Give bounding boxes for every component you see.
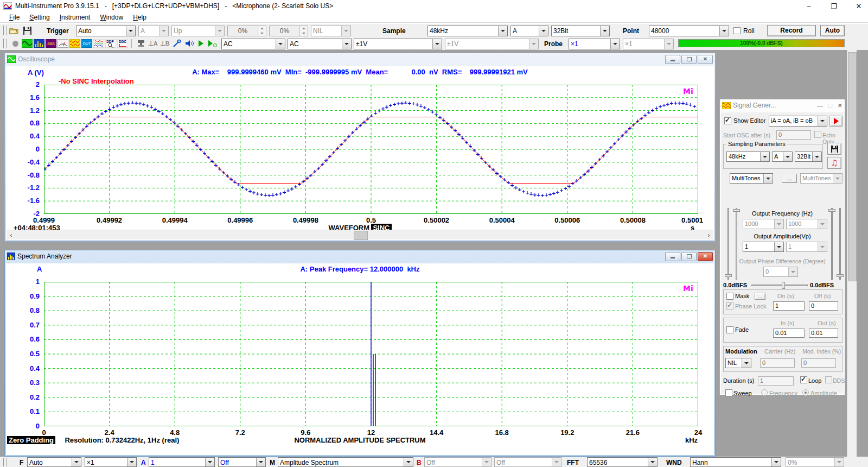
save-icon[interactable] — [22, 26, 33, 35]
dbfs-slider-handle[interactable] — [782, 282, 785, 289]
minimize-button[interactable]: — — [817, 102, 823, 109]
signal-generator-title-bar[interactable]: Signal Gener... — □ ✕ — [720, 99, 845, 111]
level-slider-a-handle[interactable] — [725, 274, 732, 277]
save-waveform-button[interactable] — [827, 143, 841, 155]
freq-mult-select[interactable]: ×1 — [85, 457, 137, 467]
close-button[interactable]: ✕ — [698, 55, 713, 64]
generator-run-button[interactable] — [829, 116, 843, 127]
run-icon[interactable] — [195, 39, 206, 48]
fade-in-field[interactable]: 0.01 — [773, 329, 805, 338]
level-slider-d-handle[interactable] — [837, 274, 844, 277]
roll-label: Roll — [743, 27, 755, 35]
mask-on-field[interactable]: 1 — [773, 301, 805, 311]
generator-channel-select[interactable]: A — [772, 152, 793, 162]
hold-icon[interactable] — [136, 39, 146, 48]
scope-horizontal-scrollbar[interactable]: ‹ › — [7, 230, 713, 239]
spectrum-title-bar[interactable]: Spectrum Analyzer ✕ — [5, 250, 715, 262]
sample-rate-select[interactable]: 48kHz — [427, 26, 508, 36]
oscilloscope-title-bar[interactable]: Oscilloscope ✕ — [5, 53, 715, 65]
menu-window[interactable]: Window — [95, 14, 128, 21]
level-slider-d-track[interactable] — [839, 208, 841, 280]
sound-device-icon[interactable] — [183, 39, 194, 48]
trigger-mode-select[interactable]: Auto — [76, 26, 136, 36]
trigger-marker-b-icon[interactable]: ⊥B — [159, 39, 170, 48]
scroll-right-arrow[interactable]: › — [704, 230, 713, 239]
sample-bits-select[interactable]: 32Bit — [551, 26, 610, 36]
restore-button[interactable] — [681, 252, 697, 261]
coupling-b-select[interactable]: AC — [288, 39, 352, 49]
modulation-type-select[interactable]: NIL — [725, 358, 751, 368]
close-button[interactable]: ✕ — [698, 252, 713, 261]
fade-checkbox[interactable] — [726, 326, 733, 335]
restore-button[interactable] — [681, 55, 697, 64]
mask-off-field[interactable]: 0 — [809, 301, 838, 311]
trigger-delay-spinner[interactable]: 0% — [269, 26, 308, 36]
oscilloscope-icon[interactable] — [22, 39, 33, 48]
close-button[interactable]: ✕ — [838, 102, 843, 109]
minimize-button[interactable] — [665, 55, 680, 64]
level-slider-c-track[interactable] — [831, 208, 833, 280]
window-function-select[interactable]: Hann — [690, 457, 781, 467]
dbfs-slider-track[interactable] — [751, 285, 808, 286]
run-loop-icon[interactable] — [207, 39, 218, 48]
trigger-marker-a-icon[interactable]: ⊥A — [148, 39, 158, 48]
coupling-a-select[interactable]: AC — [221, 39, 285, 49]
toolbar-drag-handle[interactable] — [3, 39, 7, 48]
generator-rate-select[interactable]: 48kHz — [726, 152, 770, 162]
data-curve-chart-icon[interactable]: DDC — [117, 39, 128, 48]
toolbar-drag-handle[interactable] — [3, 26, 7, 35]
generator-bits-select[interactable]: 32Bit — [795, 152, 822, 162]
stop-icon[interactable] — [10, 39, 21, 48]
toolbar-drag-handle[interactable] — [3, 458, 7, 466]
analysis-mode-select[interactable]: Amplitude Spectrum — [278, 457, 413, 467]
derived-data-curve-icon[interactable] — [93, 39, 104, 48]
menu-instrument[interactable]: Instrument — [55, 14, 95, 21]
tone-editor-button[interactable]: ♫ — [827, 157, 841, 169]
scope-plot[interactable] — [44, 85, 698, 214]
sweep-checkbox[interactable] — [725, 389, 732, 398]
derived-data-point-icon[interactable]: DDP — [105, 39, 116, 48]
menu-setting[interactable]: Setting — [24, 14, 54, 21]
open-file-icon[interactable] — [9, 26, 20, 35]
amplitude-a-select[interactable]: 1 — [743, 242, 784, 252]
mask-checkbox[interactable] — [726, 293, 733, 301]
fft-size-select[interactable]: 65536 — [587, 457, 658, 467]
scrollbar-thumb[interactable] — [354, 231, 368, 240]
freq-axis-select[interactable]: Auto — [27, 457, 81, 467]
routing-select[interactable]: iA = oA, iB = oB — [769, 116, 827, 127]
scroll-left-arrow[interactable]: ‹ — [7, 230, 16, 239]
app-minimize-button[interactable]: – — [804, 2, 814, 10]
point-count-select[interactable]: 48000 — [649, 26, 729, 36]
menu-help[interactable]: Help — [128, 14, 151, 21]
fade-out-field[interactable]: 0.01 — [809, 329, 838, 338]
level-slider-a-track[interactable] — [727, 208, 729, 280]
loop-checkbox[interactable] — [800, 376, 807, 385]
spectrum-plot[interactable] — [44, 282, 698, 426]
roll-checkbox[interactable] — [733, 27, 741, 36]
level-slider-b-track[interactable] — [736, 208, 737, 280]
probe-a-select[interactable]: ×1 — [569, 39, 620, 49]
toolbar-separator — [131, 39, 132, 48]
minimize-button[interactable] — [665, 252, 680, 261]
range-a-select[interactable]: ±1V — [354, 39, 442, 49]
waveform-a-select[interactable]: MultiTones — [730, 173, 773, 184]
signal-generator-icon[interactable] — [69, 39, 80, 48]
waveform-more-button[interactable]: ... — [782, 174, 797, 183]
app-maximize-button[interactable]: ❐ — [829, 2, 839, 10]
mdi-vertical-scrollbar[interactable] — [847, 50, 857, 457]
menu-file[interactable]: File — [4, 14, 24, 21]
app-close-button[interactable]: ✕ — [854, 2, 864, 10]
show-editor-checkbox[interactable] — [724, 117, 731, 126]
device-test-plan-icon[interactable]: DUT — [81, 39, 92, 48]
trigger-level-spinner[interactable]: 0% — [227, 26, 266, 36]
record-button[interactable]: Record — [767, 25, 816, 36]
sample-channel-select[interactable]: A — [510, 26, 548, 36]
scrollbar-thumb[interactable] — [848, 52, 857, 281]
a-extra-select[interactable]: Off — [218, 457, 266, 467]
spectrum-3d-plotter-icon[interactable] — [58, 39, 68, 48]
auto-button[interactable]: Auto — [820, 25, 845, 36]
spectrum-analyzer-icon[interactable] — [34, 39, 44, 48]
multimeter-icon[interactable]: 888 — [46, 39, 56, 48]
probe-calibration-icon[interactable] — [171, 39, 182, 48]
a-gain-select[interactable]: 1 — [149, 457, 215, 467]
